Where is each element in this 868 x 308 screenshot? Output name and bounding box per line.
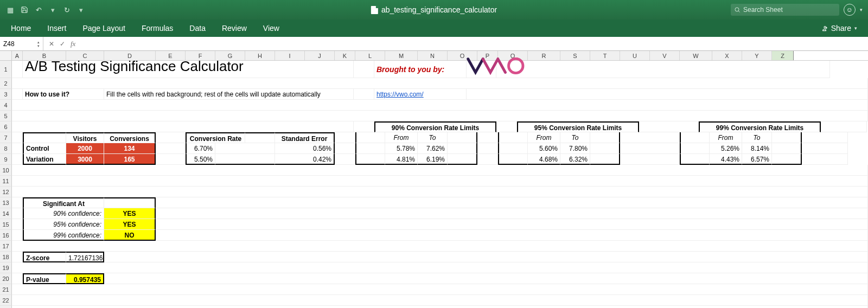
cell[interactable] — [12, 143, 23, 154]
cell[interactable] — [156, 132, 186, 143]
cell[interactable] — [590, 143, 620, 154]
col-header[interactable]: W — [680, 51, 712, 60]
cell[interactable] — [620, 143, 680, 154]
cell[interactable] — [12, 111, 868, 121]
row-header[interactable]: 15 — [0, 219, 12, 230]
cell[interactable] — [620, 154, 680, 165]
hdr-visitors[interactable]: Visitors — [66, 132, 104, 143]
cell[interactable] — [355, 154, 385, 165]
row-header[interactable]: 4 — [0, 100, 12, 111]
cell[interactable] — [12, 219, 23, 230]
cell[interactable] — [354, 121, 374, 132]
visitors-variation[interactable]: 3000 — [66, 154, 104, 165]
row-header[interactable]: 16 — [0, 230, 12, 241]
share-button[interactable]: Share ▾ — [820, 24, 857, 33]
l99-var-to[interactable]: 6.57% — [742, 154, 772, 165]
row-header[interactable]: 10 — [0, 165, 12, 176]
row-header[interactable]: 1 — [0, 61, 12, 78]
cell[interactable] — [467, 89, 868, 100]
template-icon[interactable]: ▦ — [5, 5, 15, 15]
cell[interactable] — [448, 143, 477, 154]
cell[interactable] — [772, 132, 802, 143]
cell[interactable] — [477, 143, 498, 154]
col-header[interactable]: A — [12, 51, 23, 60]
col-header[interactable]: G — [215, 51, 245, 60]
vwo-logo-cell[interactable] — [467, 61, 496, 78]
from-label[interactable]: From — [528, 132, 560, 143]
cell[interactable] — [477, 132, 498, 143]
cell[interactable] — [496, 121, 517, 132]
rate-control[interactable]: 6.70% — [186, 143, 215, 154]
sig90-value[interactable]: YES — [104, 208, 156, 219]
hdr-std-err[interactable]: Standard Error — [275, 132, 335, 143]
cell[interactable] — [12, 89, 23, 100]
row-header[interactable]: 5 — [0, 111, 12, 121]
cell[interactable] — [12, 187, 868, 197]
cell[interactable] — [12, 306, 868, 308]
pvalue-label[interactable]: P-value — [23, 273, 66, 284]
row-header[interactable]: 17 — [0, 241, 12, 252]
sig99-value[interactable]: NO — [104, 230, 156, 241]
l95-var-from[interactable]: 4.68% — [528, 154, 560, 165]
cell[interactable] — [104, 273, 868, 284]
cell[interactable] — [156, 219, 868, 230]
feedback-icon[interactable]: ☺ — [844, 4, 856, 16]
cell[interactable] — [12, 284, 868, 295]
control-label[interactable]: Control — [23, 143, 66, 154]
formula-input[interactable] — [81, 37, 868, 50]
cell[interactable] — [498, 154, 528, 165]
cell[interactable] — [12, 197, 23, 208]
vwo-link[interactable]: https://vwo.com/ — [374, 89, 467, 100]
to-label[interactable]: To — [560, 132, 590, 143]
accept-formula-icon[interactable]: ✓ — [60, 40, 65, 48]
cell[interactable] — [12, 121, 354, 132]
cell[interactable] — [156, 143, 186, 154]
limits99-header[interactable]: 99% Conversion Rate Limits — [699, 121, 821, 132]
hdr-conversions[interactable]: Conversions — [104, 132, 156, 143]
se-variation[interactable]: 0.42% — [275, 154, 335, 165]
cell[interactable] — [12, 230, 23, 241]
row-header[interactable]: 22 — [0, 295, 12, 306]
cell[interactable] — [772, 143, 802, 154]
redo-icon[interactable]: ↻ — [62, 5, 72, 15]
cell[interactable] — [498, 132, 528, 143]
cell[interactable] — [620, 132, 680, 143]
col-header[interactable]: C — [66, 51, 104, 60]
tab-home[interactable]: Home — [11, 24, 31, 33]
row-header[interactable]: 19 — [0, 262, 12, 273]
sig95-value[interactable]: YES — [104, 219, 156, 230]
row-header[interactable]: 2 — [0, 78, 12, 89]
cell[interactable] — [156, 230, 868, 241]
cell[interactable] — [335, 143, 355, 154]
cell[interactable] — [245, 132, 275, 143]
conversions-variation[interactable]: 165 — [104, 154, 156, 165]
col-header[interactable]: H — [245, 51, 275, 60]
cell[interactable] — [156, 154, 186, 165]
cell[interactable] — [12, 176, 868, 187]
cell[interactable] — [12, 252, 23, 262]
l99-var-from[interactable]: 4.43% — [710, 154, 742, 165]
row-header[interactable]: 21 — [0, 284, 12, 295]
cell[interactable] — [215, 154, 275, 165]
col-header[interactable]: L — [355, 51, 385, 60]
brought-label[interactable]: Brought to you by: — [374, 61, 467, 78]
conf95-label[interactable]: 95% confidence: — [23, 219, 104, 230]
cell[interactable] — [12, 78, 868, 89]
row-header[interactable]: 18 — [0, 252, 12, 262]
row-header[interactable]: 14 — [0, 208, 12, 219]
col-header[interactable]: R — [528, 51, 560, 60]
cell[interactable] — [23, 132, 66, 143]
cell[interactable] — [680, 143, 710, 154]
hdr-conv-rate[interactable]: Conversion Rate — [186, 132, 245, 143]
cell[interactable] — [680, 132, 710, 143]
col-header[interactable]: U — [620, 51, 650, 60]
limits90-header[interactable]: 90% Conversion Rate Limits — [374, 121, 496, 132]
cell[interactable] — [354, 89, 374, 100]
l90-var-to[interactable]: 6.19% — [418, 154, 448, 165]
tab-data[interactable]: Data — [189, 24, 206, 33]
name-box[interactable]: Z48 ▴▾ — [0, 37, 43, 50]
cell[interactable] — [772, 154, 802, 165]
cell[interactable] — [335, 154, 355, 165]
variation-label[interactable]: Variation — [23, 154, 66, 165]
cell[interactable] — [354, 61, 374, 78]
